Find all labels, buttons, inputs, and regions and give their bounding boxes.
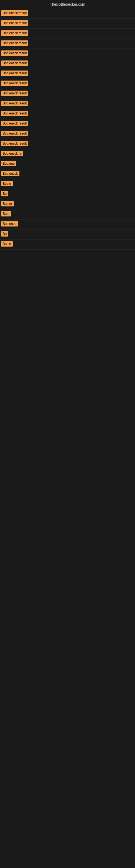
site-title: TheBottlenecker.com [0, 0, 135, 9]
bottleneck-badge[interactable]: Bottleneck result [1, 141, 28, 146]
result-row: Bottleneck [0, 169, 135, 179]
result-row: Bottleneck result [0, 129, 135, 139]
result-row: Bo [0, 229, 135, 240]
bottleneck-badge[interactable]: Bottle [1, 241, 13, 247]
bottleneck-badge[interactable]: Bottlene [1, 161, 16, 166]
result-row: Bottleneck result [0, 69, 135, 79]
result-row: Bottleneck result [0, 99, 135, 109]
result-row: Bo [0, 189, 135, 199]
bottleneck-badge[interactable]: Bottleneck result [1, 101, 28, 106]
bottleneck-badge[interactable]: Bottlenec [1, 221, 18, 226]
result-row: Bottleneck result [0, 29, 135, 39]
result-row: Bottlene [0, 159, 135, 169]
result-row: Bottleneck result [0, 139, 135, 149]
bottleneck-badge[interactable]: Bottleneck result [1, 51, 28, 56]
bottleneck-badge[interactable]: Bo [1, 191, 8, 196]
bottleneck-badge[interactable]: Bottle [1, 181, 13, 186]
result-row: Bottler [0, 199, 135, 209]
bottleneck-badge[interactable]: Bottleneck result [1, 121, 28, 126]
bottleneck-badge[interactable]: Bottleneck result [1, 10, 28, 16]
bottleneck-badge[interactable]: Bottleneck result [1, 61, 28, 66]
bottleneck-badge[interactable]: Bottleneck result [1, 81, 28, 86]
results-container: Bottleneck resultBottleneck resultBottle… [0, 9, 135, 250]
bottleneck-badge[interactable]: Bottleneck result [1, 40, 28, 46]
result-row: Bottle [0, 240, 135, 250]
bottleneck-badge[interactable]: Bo [1, 231, 8, 237]
bottleneck-badge[interactable]: Bottl [1, 211, 11, 216]
result-row: Bottleneck re [0, 149, 135, 159]
result-row: Bottleneck result [0, 59, 135, 69]
bottleneck-badge[interactable]: Bottleneck re [1, 151, 23, 156]
bottleneck-badge[interactable]: Bottleneck result [1, 30, 28, 36]
result-row: Bottlenec [0, 219, 135, 229]
result-row: Bottle [0, 179, 135, 189]
bottleneck-badge[interactable]: Bottleneck result [1, 111, 28, 116]
bottleneck-badge[interactable]: Bottleneck result [1, 70, 28, 76]
result-row: Bottleneck result [0, 79, 135, 89]
bottleneck-badge[interactable]: Bottleneck [1, 171, 19, 176]
result-row: Bottleneck result [0, 9, 135, 19]
result-row: Bottl [0, 209, 135, 219]
result-row: Bottleneck result [0, 19, 135, 29]
bottleneck-badge[interactable]: Bottler [1, 201, 14, 207]
result-row: Bottleneck result [0, 109, 135, 119]
result-row: Bottleneck result [0, 39, 135, 49]
bottleneck-badge[interactable]: Bottleneck result [1, 91, 28, 96]
result-row: Bottleneck result [0, 89, 135, 99]
result-row: Bottleneck result [0, 119, 135, 129]
result-row: Bottleneck result [0, 49, 135, 59]
bottleneck-badge[interactable]: Bottleneck result [1, 131, 28, 136]
bottleneck-badge[interactable]: Bottleneck result [1, 20, 28, 26]
